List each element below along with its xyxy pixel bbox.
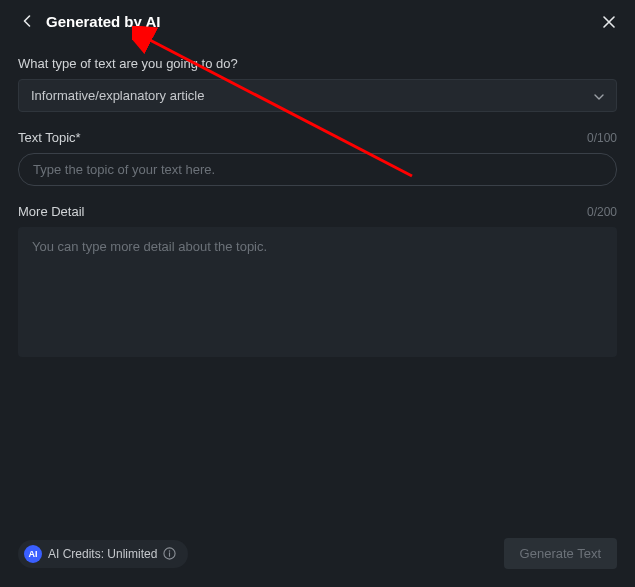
close-button[interactable]: [601, 14, 617, 30]
text-type-label: What type of text are you going to do?: [18, 56, 238, 71]
detail-counter: 0/200: [587, 205, 617, 219]
chevron-down-icon: [594, 88, 604, 103]
topic-label: Text Topic*: [18, 130, 81, 145]
close-icon: [603, 16, 615, 28]
page-title: Generated by AI: [46, 13, 160, 30]
footer: AI AI Credits: Unlimited Generate Text: [18, 538, 617, 569]
info-icon[interactable]: [163, 547, 176, 560]
detail-textarea[interactable]: [18, 227, 617, 357]
ai-credits-pill[interactable]: AI AI Credits: Unlimited: [18, 540, 188, 568]
generate-text-button[interactable]: Generate Text: [504, 538, 617, 569]
text-type-section: What type of text are you going to do? I…: [18, 56, 617, 112]
topic-input[interactable]: [18, 153, 617, 186]
ai-badge-icon: AI: [24, 545, 42, 563]
text-type-select[interactable]: Informative/explanatory article: [18, 79, 617, 112]
form-content: What type of text are you going to do? I…: [0, 38, 635, 397]
detail-label: More Detail: [18, 204, 84, 219]
back-button[interactable]: [18, 12, 36, 30]
topic-section: Text Topic* 0/100: [18, 130, 617, 186]
text-type-value: Informative/explanatory article: [31, 88, 204, 103]
header: Generated by AI: [0, 0, 635, 38]
chevron-left-icon: [23, 15, 31, 27]
credits-label: AI Credits: Unlimited: [48, 547, 157, 561]
svg-point-1: [169, 550, 170, 551]
topic-counter: 0/100: [587, 131, 617, 145]
detail-section: More Detail 0/200: [18, 204, 617, 361]
